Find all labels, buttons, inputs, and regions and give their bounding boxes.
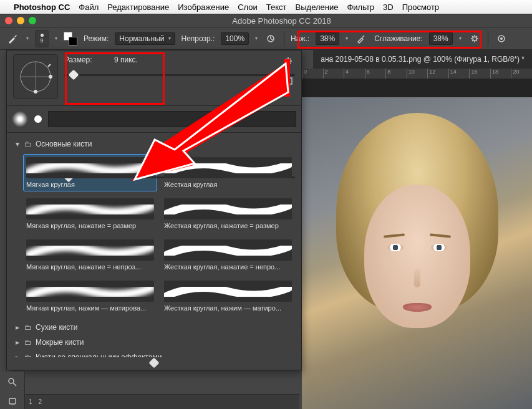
brush-preset-chevron-icon[interactable]: ▾ [55,36,57,41]
svg-line-12 [13,383,16,386]
minimize-window-button[interactable] [17,17,24,24]
folder-icon: 🗀 [24,323,32,332]
brush-stroke-preview [164,157,292,178]
ruler-tick: 8 [385,69,407,79]
brush-preset-picker[interactable]: 9 [35,30,49,47]
brush-preview-soft[interactable] [12,111,28,127]
traffic-lights [5,17,36,24]
menu-file[interactable]: Файл [79,2,99,12]
zoom-tool-icon[interactable] [6,375,19,389]
maximize-window-button[interactable] [29,17,36,24]
blend-mode-select[interactable]: Нормальный ▾ [115,32,175,45]
svg-point-9 [286,59,290,63]
svg-point-7 [49,75,52,79]
opacity-chevron-icon[interactable]: ▾ [255,36,258,41]
brush-preset-panel: Размер: 9 пикс. Жесткость: 0% [6,50,302,370]
brush-stroke-preview [26,198,154,219]
document-canvas[interactable] [302,79,532,409]
brush-preset-name: Жесткая круглая, нажим — матиро... [164,304,292,312]
new-preset-icon[interactable] [281,74,295,88]
size-slider[interactable] [64,70,295,152]
brush-stroke-preview [26,281,154,302]
menu-image[interactable]: Изображение [178,2,229,12]
pressure-opacity-icon[interactable] [264,32,278,46]
blend-mode-value: Нормальный [119,34,164,43]
brush-preset-item[interactable]: Мягкая круглая, нажатие = непроз... [23,236,157,274]
folder-fx-brushes[interactable]: ▸ 🗀 Кисти со специальными эффектами [13,350,295,357]
disclosure-right-icon[interactable]: ▸ [14,353,21,357]
brush-tool-icon[interactable] [5,31,20,46]
folder-label: Кисти со специальными эффектами [36,353,162,357]
brush-preset-name: Жесткая круглая, нажатие = непро... [164,263,292,271]
gear-icon[interactable] [281,54,295,68]
options-bar: ▾ 9 ▾ Режим: Нормальный ▾ Непрозр.: 100%… [0,27,532,50]
opacity-input[interactable]: 100% [221,32,249,45]
brush-preset-item[interactable]: Мягкая круглая, нажим — матирова... [23,277,157,315]
brush-preset-item[interactable]: Жесткая круглая, нажатие = непро... [161,236,295,274]
artboard-tabs: 1 2 [25,394,299,409]
size-label: Размер: [64,55,108,64]
panel-resize-grip[interactable] [7,357,301,368]
opacity-label: Непрозр.: [181,34,215,43]
folder-dry-brushes[interactable]: ▸ 🗀 Сухие кисти [13,320,295,335]
menu-3d[interactable]: 3D [383,2,394,12]
blend-mode-label: Режим: [84,34,109,43]
brush-preset-name: Мягкая круглая, нажатие = непроз... [26,263,154,271]
macos-menubar: Photoshop CC Файл Редактирование Изображ… [0,0,532,14]
disclosure-right-icon[interactable]: ▸ [14,338,21,347]
ruler-tick: 4 [344,69,365,79]
brush-stroke-preview [164,239,292,261]
brush-tip-settings: Размер: 9 пикс. Жесткость: 0% [7,51,301,105]
svg-point-11 [9,378,14,383]
brush-preview-dot[interactable] [34,115,42,123]
brush-size-indicator: 9 [40,37,43,44]
pressure-size-icon[interactable] [495,32,508,46]
menu-select[interactable]: Выделение [296,2,339,12]
app-name[interactable]: Photoshop CC [14,2,70,12]
brush-panel-toggle-icon[interactable] [64,32,77,46]
folder-wet-brushes[interactable]: ▸ 🗀 Мокрые кисти [13,335,295,350]
ruler-tick: 0 [302,69,323,79]
svg-rect-13 [9,398,16,404]
menu-view[interactable]: Просмотр [402,2,439,12]
folder-icon: 🗀 [24,140,32,148]
tool-preset-chevron-icon[interactable]: ▾ [26,36,29,41]
folder-label: Сухие кисти [36,323,78,332]
flow-chevron-icon[interactable]: ▾ [346,36,348,41]
menu-edit[interactable]: Редактирование [107,2,169,12]
menu-text[interactable]: Текст [266,2,287,12]
window-titlebar: Adobe Photoshop CC 2018 [0,14,532,27]
folder-label: Мокрые кисти [36,338,84,347]
ruler-tick: 2 [323,69,344,79]
tab-2[interactable]: 2 [39,398,42,405]
document-tab-label: ана 2019-05-08 в 0.05.31.png @ 100% (Фиг… [321,55,525,64]
brush-preset-name: Мягкая круглая, нажим — матирова... [26,304,154,312]
brush-stroke-preview [164,198,292,219]
size-value[interactable]: 9 пикс. [114,55,149,64]
airbrush-icon[interactable] [354,32,368,46]
flow-input[interactable]: 38% [316,32,339,45]
smoothing-chevron-icon[interactable]: ▾ [459,36,462,41]
svg-point-1 [473,37,476,41]
ruler-tick: 6 [365,69,386,79]
smoothing-options-gear-icon[interactable] [468,32,481,46]
document-tab[interactable]: ана 2019-05-08 в 0.05.31.png @ 100% (Фиг… [313,50,532,69]
disclosure-down-icon[interactable]: ▾ [14,140,21,148]
menu-filter[interactable]: Фильтр [347,2,374,12]
brush-angle-widget[interactable] [13,54,58,99]
smoothing-input[interactable]: 38% [429,32,453,45]
brush-preset-item[interactable]: Жесткая круглая, нажим — матиро... [161,277,295,315]
svg-point-3 [500,37,503,40]
close-window-button[interactable] [5,17,12,24]
disclosure-right-icon[interactable]: ▸ [14,323,21,332]
hand-tool-icon[interactable] [6,394,19,408]
svg-rect-10 [284,78,292,84]
brush-stroke-preview [164,281,292,302]
horizontal-ruler: 0 2 4 6 8 10 12 14 16 18 20 [302,69,532,79]
tab-1[interactable]: 1 [29,398,32,405]
menu-layers[interactable]: Слои [238,2,258,12]
ruler-tick: 20 [511,69,532,79]
ruler-tick: 12 [427,69,448,79]
folder-icon: 🗀 [24,338,32,347]
brush-stroke-preview [26,157,154,178]
